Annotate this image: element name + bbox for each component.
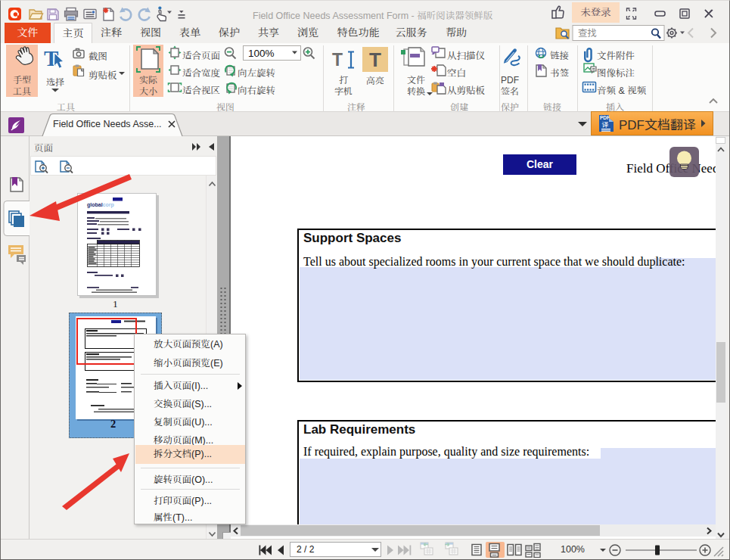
svg-text:T: T <box>369 48 381 71</box>
svg-text:T: T <box>332 50 343 70</box>
svg-text:globalcorp: globalcorp <box>87 202 114 208</box>
svg-text:100%: 100% <box>248 48 275 59</box>
svg-text:查找: 查找 <box>578 25 597 39</box>
svg-text:译: 译 <box>602 120 609 129</box>
